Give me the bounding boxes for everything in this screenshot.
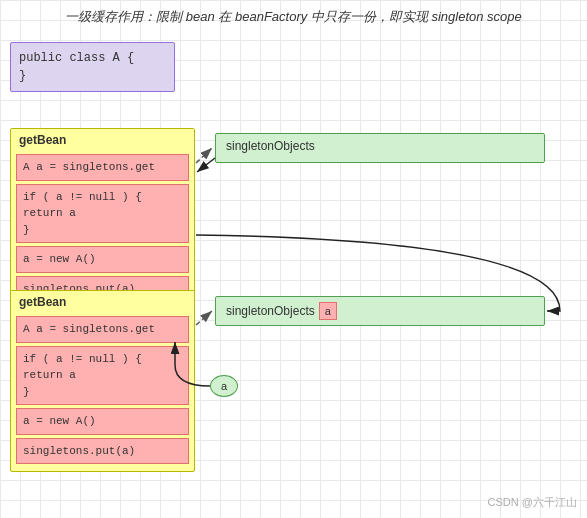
class-box: public class A { } [10, 42, 175, 92]
getbean2-code2: if ( a != null ) { return a } [16, 346, 189, 406]
getbean2-code4: singletons.put(a) [16, 438, 189, 465]
svg-line-2 [196, 148, 212, 163]
singleton-label-1: singletonObjects [226, 139, 315, 153]
getbean1-code2: if ( a != null ) { return a } [16, 184, 189, 244]
a-box-inside-singleton: a [319, 302, 337, 320]
page-title: 一级缓存作用：限制 bean 在 beanFactory 中只存一份，即实现 s… [0, 0, 587, 34]
singleton-box-1: singletonObjects [215, 133, 545, 163]
main-container: 一级缓存作用：限制 bean 在 beanFactory 中只存一份，即实现 s… [0, 0, 587, 518]
getbean1-code3: a = new A() [16, 246, 189, 273]
watermark: CSDN @六千江山 [488, 495, 577, 510]
oval-a: a [210, 375, 238, 397]
singleton-box-2: singletonObjects a [215, 296, 545, 326]
getbean2-code1: A a = singletons.get [16, 316, 189, 343]
getbean-box-1: getBean A a = singletons.get if ( a != n… [10, 128, 195, 310]
svg-line-3 [197, 158, 215, 172]
singleton-label-2: singletonObjects [226, 304, 315, 318]
getbean2-code3: a = new A() [16, 408, 189, 435]
class-line-2: } [19, 67, 166, 85]
getbean1-code1: A a = singletons.get [16, 154, 189, 181]
content-layer: 一级缓存作用：限制 bean 在 beanFactory 中只存一份，即实现 s… [0, 0, 587, 518]
svg-line-4 [196, 311, 212, 325]
getbean-box-2: getBean A a = singletons.get if ( a != n… [10, 290, 195, 472]
getbean-header-1: getBean [11, 129, 194, 151]
getbean-header-2: getBean [11, 291, 194, 313]
class-line-1: public class A { [19, 49, 166, 67]
